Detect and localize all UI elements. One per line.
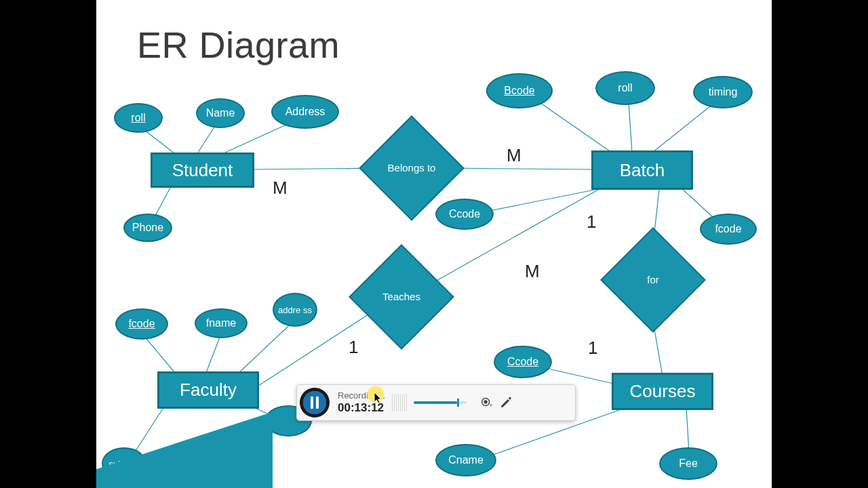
entity-faculty: Faculty <box>157 371 259 409</box>
attr-courses-fee: Fee <box>659 447 717 480</box>
attr-batch-timing: timing <box>693 76 753 108</box>
entity-courses: Courses <box>612 373 713 410</box>
svg-line-14 <box>252 308 378 390</box>
attr-batch-ccode: Ccode <box>435 199 494 230</box>
volume-slider[interactable] <box>414 401 467 404</box>
cardinality-for-batch: 1 <box>587 211 596 232</box>
entity-student: Student <box>151 152 254 188</box>
slide-title: ER Diagram <box>137 24 340 66</box>
attr-student-roll: roll <box>114 103 163 133</box>
svg-text:+: + <box>490 403 493 409</box>
svg-line-16 <box>205 332 222 376</box>
svg-line-7 <box>629 102 632 152</box>
letterbox-left <box>0 0 96 488</box>
entity-batch: Batch <box>591 150 693 190</box>
attr-faculty-address: addre ss <box>273 293 317 327</box>
relationship-teaches: Teaches <box>364 260 439 334</box>
svg-point-24 <box>484 401 487 403</box>
attr-batch-bcode: Bcode <box>486 73 553 108</box>
attr-courses-ccode: Ccode <box>494 346 552 378</box>
cardinality-for-courses: 1 <box>588 338 597 359</box>
attr-student-address: Address <box>271 95 339 129</box>
relationship-belongs-to: Belongs to <box>374 131 449 205</box>
pause-icon <box>311 396 319 409</box>
attr-student-phone: Phone <box>123 214 172 242</box>
audio-level-icon <box>392 394 407 411</box>
attr-student-name: Name <box>196 98 245 128</box>
cardinality-belongs-student: M <box>273 178 288 199</box>
attr-batch-fcode: fcode <box>700 214 757 245</box>
cardinality-teaches-batch: M <box>525 261 540 282</box>
attr-courses-cname: Cname <box>435 444 496 476</box>
attr-batch-roll: roll <box>595 71 655 105</box>
slide-canvas: ER Diagram Student Batch Fac <box>96 0 772 488</box>
svg-line-9 <box>476 186 612 214</box>
pause-button[interactable] <box>300 388 330 418</box>
annotate-pen-icon[interactable] <box>499 395 514 410</box>
webcam-icon[interactable]: + <box>479 395 494 410</box>
cardinality-teaches-faculty: 1 <box>349 337 358 358</box>
attr-faculty-fcode: fcode <box>115 308 168 340</box>
svg-line-15 <box>144 336 178 376</box>
svg-line-6 <box>534 98 612 152</box>
attr-faculty-fname: fname <box>195 308 248 338</box>
svg-line-5 <box>446 168 591 169</box>
relationship-for: for <box>616 243 690 317</box>
screen-recorder-toolbar[interactable]: Recording... 00:13:12 + <box>296 384 576 421</box>
cardinality-belongs-batch: M <box>507 145 521 166</box>
letterbox-right <box>772 0 868 488</box>
